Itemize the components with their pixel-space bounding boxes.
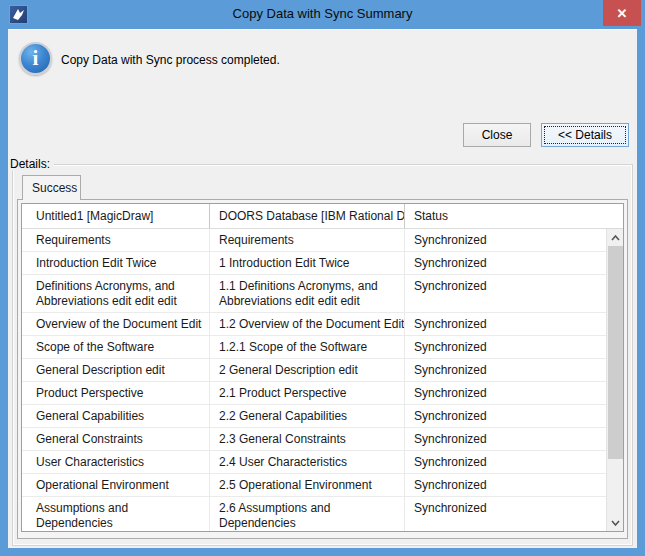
table-cell: Synchronized bbox=[405, 428, 606, 450]
column-header-doors[interactable]: DOORS Database [IBM Rational DO... bbox=[210, 204, 405, 228]
table-cell: 2.4 User Characteristics bbox=[210, 451, 405, 473]
table-cell: General Capabilities bbox=[22, 405, 210, 427]
table-header-row: Untitled1 [MagicDraw] DOORS Database [IB… bbox=[22, 204, 623, 229]
table-row[interactable]: General Description edit2 General Descri… bbox=[22, 359, 606, 382]
details-toggle-button[interactable]: << Details bbox=[541, 123, 629, 147]
table-cell: Synchronized bbox=[405, 382, 606, 404]
table-row[interactable]: RequirementsRequirementsSynchronized bbox=[22, 229, 606, 252]
table-cell: 1.1 Definitions Acronyms, and Abbreviati… bbox=[210, 275, 405, 312]
table-cell: 2.6 Assumptions and Dependencies bbox=[210, 497, 405, 531]
sync-table-body: RequirementsRequirementsSynchronizedIntr… bbox=[22, 229, 606, 531]
close-icon: ✕ bbox=[617, 6, 628, 21]
window-title: Copy Data with Sync Summary bbox=[0, 6, 645, 21]
table-cell: Requirements bbox=[22, 229, 210, 251]
table-cell: Synchronized bbox=[405, 359, 606, 381]
table-cell: Requirements bbox=[210, 229, 405, 251]
table-row[interactable]: Overview of the Document Edit1.2 Overvie… bbox=[22, 313, 606, 336]
table-cell: 2.3 General Constraints bbox=[210, 428, 405, 450]
table-row[interactable]: Scope of the Software1.2.1 Scope of the … bbox=[22, 336, 606, 359]
table-row[interactable]: Introduction Edit Twice1 Introduction Ed… bbox=[22, 252, 606, 275]
sync-results-table: Untitled1 [MagicDraw] DOORS Database [IB… bbox=[21, 203, 624, 532]
table-row[interactable]: Definitions Acronyms, and Abbreviations … bbox=[22, 275, 606, 313]
chevron-down-icon bbox=[611, 520, 620, 526]
table-cell: 2.5 Operational Environment bbox=[210, 474, 405, 496]
table-cell: Synchronized bbox=[405, 497, 606, 531]
table-row[interactable]: General Constraints2.3 General Constrain… bbox=[22, 428, 606, 451]
scroll-down-button[interactable] bbox=[607, 514, 624, 531]
close-button-label: Close bbox=[482, 128, 513, 142]
info-icon: i bbox=[19, 42, 52, 75]
close-window-button[interactable]: ✕ bbox=[603, 0, 641, 26]
tab-success-label: Success bbox=[32, 181, 77, 195]
table-cell: Synchronized bbox=[405, 252, 606, 274]
column-header-magicdraw[interactable]: Untitled1 [MagicDraw] bbox=[22, 204, 210, 228]
table-cell: User Characteristics bbox=[22, 451, 210, 473]
scroll-up-button[interactable] bbox=[607, 229, 624, 246]
scrollbar-thumb[interactable] bbox=[608, 246, 623, 459]
title-bar[interactable]: Copy Data with Sync Summary ✕ bbox=[0, 0, 645, 29]
details-group-label: Details: bbox=[10, 157, 54, 171]
table-cell: Overview of the Document Edit bbox=[22, 313, 210, 335]
dialog-body: i Copy Data with Sync process completed.… bbox=[8, 29, 637, 548]
table-row[interactable]: Product Perspective2.1 Product Perspecti… bbox=[22, 382, 606, 405]
table-cell: Introduction Edit Twice bbox=[22, 252, 210, 274]
table-row[interactable]: Operational Environment2.5 Operational E… bbox=[22, 474, 606, 497]
table-cell: Synchronized bbox=[405, 451, 606, 473]
vertical-scrollbar[interactable] bbox=[606, 229, 623, 531]
table-cell: 1 Introduction Edit Twice bbox=[210, 252, 405, 274]
table-cell: Definitions Acronyms, and Abbreviations … bbox=[22, 275, 210, 312]
chevron-up-icon bbox=[611, 235, 620, 241]
table-cell: Product Perspective bbox=[22, 382, 210, 404]
table-row[interactable]: User Characteristics2.4 User Characteris… bbox=[22, 451, 606, 474]
table-row[interactable]: General Capabilities2.2 General Capabili… bbox=[22, 405, 606, 428]
details-button-label: << Details bbox=[558, 128, 612, 142]
table-cell: Synchronized bbox=[405, 474, 606, 496]
table-cell: 1.2 Overview of the Document Edit bbox=[210, 313, 405, 335]
table-cell: Synchronized bbox=[405, 405, 606, 427]
table-cell: Synchronized bbox=[405, 313, 606, 335]
table-cell: Synchronized bbox=[405, 275, 606, 312]
copy-data-sync-summary-dialog: Copy Data with Sync Summary ✕ i Copy Dat… bbox=[0, 0, 645, 556]
table-cell: 2.2 General Capabilities bbox=[210, 405, 405, 427]
info-icon-glyph: i bbox=[33, 48, 39, 69]
table-cell: General Constraints bbox=[22, 428, 210, 450]
close-button[interactable]: Close bbox=[463, 123, 531, 147]
table-cell: Assumptions and Dependencies bbox=[22, 497, 210, 531]
table-cell: Scope of the Software bbox=[22, 336, 210, 358]
status-message: Copy Data with Sync process completed. bbox=[61, 53, 280, 67]
table-cell: 1.2.1 Scope of the Software bbox=[210, 336, 405, 358]
table-cell: Operational Environment bbox=[22, 474, 210, 496]
table-cell: Synchronized bbox=[405, 336, 606, 358]
table-cell: General Description edit bbox=[22, 359, 210, 381]
tab-success[interactable]: Success bbox=[22, 175, 81, 200]
table-cell: 2.1 Product Perspective bbox=[210, 382, 405, 404]
column-header-status[interactable]: Status bbox=[405, 204, 623, 228]
table-row[interactable]: Assumptions and Dependencies2.6 Assumpti… bbox=[22, 497, 606, 531]
table-cell: Synchronized bbox=[405, 229, 606, 251]
table-cell: 2 General Description edit bbox=[210, 359, 405, 381]
